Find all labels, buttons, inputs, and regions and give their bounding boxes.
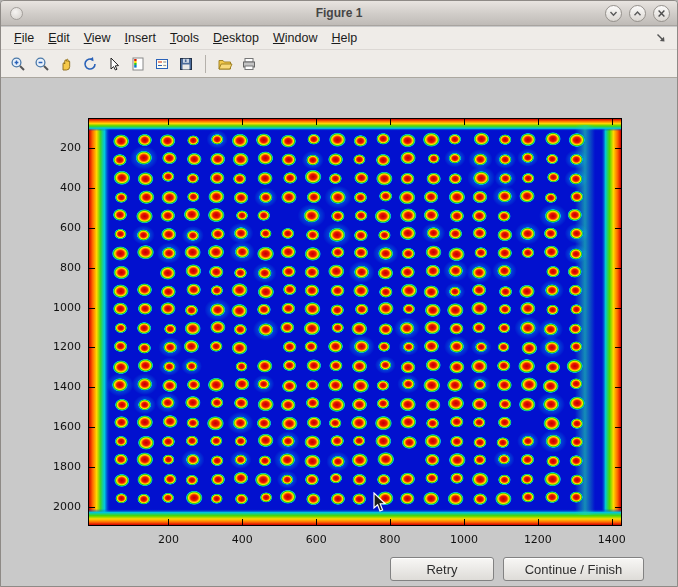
- axes-area: [88, 118, 622, 526]
- save-icon: [178, 56, 194, 72]
- zoom-in-icon: [10, 56, 26, 72]
- window-controls: [605, 5, 670, 22]
- titlebar[interactable]: Figure 1: [1, 1, 677, 26]
- zoom-in-button[interactable]: [7, 53, 29, 75]
- maximize-button[interactable]: [629, 5, 646, 22]
- rotate-3d-icon: [82, 56, 98, 72]
- open-folder-icon: [217, 56, 233, 72]
- figure-toolbar: [1, 50, 677, 78]
- mouse-cursor: [373, 492, 387, 513]
- data-cursor-icon: [106, 56, 122, 72]
- colorbar-icon: [130, 56, 146, 72]
- data-cursor-button[interactable]: [103, 53, 125, 75]
- menu-item-file[interactable]: File: [7, 28, 41, 48]
- chevron-up-icon: [632, 8, 643, 19]
- printer-icon: [241, 56, 257, 72]
- zoom-out-button[interactable]: [31, 53, 53, 75]
- chevron-down-icon: [608, 8, 619, 19]
- minimize-button[interactable]: [605, 5, 622, 22]
- pan-hand-icon: [58, 56, 74, 72]
- figure-window: Figure 1 File Edit View Insert Tools Des…: [0, 0, 678, 587]
- menu-item-window[interactable]: Window: [266, 28, 324, 48]
- pan-button[interactable]: [55, 53, 77, 75]
- zoom-out-icon: [34, 56, 50, 72]
- window-title: Figure 1: [1, 6, 677, 20]
- close-icon: [656, 8, 667, 19]
- save-button[interactable]: [175, 53, 197, 75]
- menu-item-help[interactable]: Help: [324, 28, 364, 48]
- menubar: File Edit View Insert Tools Desktop Wind…: [1, 27, 677, 50]
- insert-legend-button[interactable]: [151, 53, 173, 75]
- menu-item-edit[interactable]: Edit: [41, 28, 77, 48]
- rotate-3d-button[interactable]: [79, 53, 101, 75]
- open-file-button[interactable]: [214, 53, 236, 75]
- dock-figure-icon[interactable]: [655, 32, 667, 44]
- insert-colorbar-button[interactable]: [127, 53, 149, 75]
- menu-item-desktop[interactable]: Desktop: [206, 28, 266, 48]
- legend-icon: [154, 56, 170, 72]
- heatmap-image[interactable]: [89, 119, 621, 525]
- continue-button[interactable]: Continue / Finish: [503, 557, 644, 581]
- close-button[interactable]: [653, 5, 670, 22]
- toolbar-separator: [205, 55, 206, 73]
- retry-button[interactable]: Retry: [390, 557, 494, 581]
- menu-item-insert[interactable]: Insert: [118, 28, 163, 48]
- print-button[interactable]: [238, 53, 260, 75]
- menu-item-view[interactable]: View: [77, 28, 118, 48]
- menu-item-tools[interactable]: Tools: [163, 28, 206, 48]
